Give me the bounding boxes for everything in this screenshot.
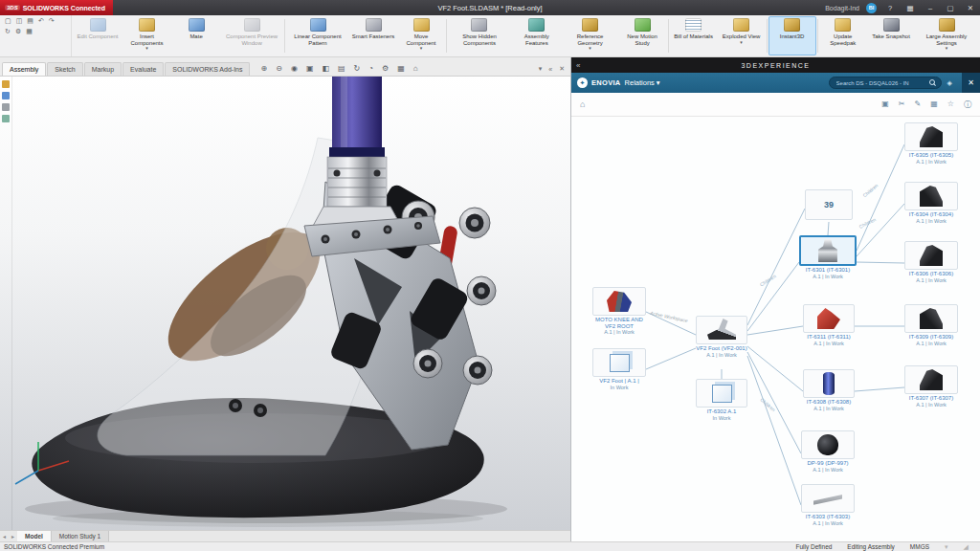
search-icon[interactable] [929,79,936,86]
cube-thumbnail [712,385,732,403]
smart-fasteners-button[interactable]: Smart Fasteners [349,16,397,55]
chevron-down-icon[interactable]: ▾ [539,65,543,73]
resize-grip-icon[interactable]: ◢ [964,543,969,551]
tab-evaluate[interactable]: Evaluate [122,62,164,76]
tab-model[interactable]: Model [17,531,52,541]
assembly-features-button[interactable]: Assembly Features [511,16,563,55]
view-orientation-icon[interactable]: ▣ [306,64,314,73]
tab-scroll-right-icon[interactable]: ▸ [9,533,17,540]
home-icon[interactable]: ⌂ [580,99,585,109]
relation-node-vf2-foot-ref[interactable]: VF2 Foot | A.1 | In Work [592,348,646,390]
relation-node-it6304[interactable]: IT-6304 (IT-6304) A.1 | In Work [904,182,958,224]
rebuild-icon[interactable]: ↻ [5,28,11,35]
tab-motion-study-1[interactable]: Motion Study 1 [52,531,109,541]
app-switcher[interactable]: Relations ▾ [625,78,660,87]
chevron-down-icon[interactable]: ▾ [145,46,148,51]
chevron-down-icon[interactable]: ▾ [740,40,743,45]
reference-geometry-icon [582,18,598,32]
relation-node-it6306[interactable]: IT-6306 (IT-6306) A.1 | In Work [904,241,958,283]
close-button[interactable]: ✕ [964,4,977,12]
scene-icon[interactable]: ▦ [397,64,405,73]
zoom-in-icon[interactable]: ⊕ [260,64,267,73]
show-hidden-components-button[interactable]: Show Hidden Components [448,16,511,55]
relation-node-it6309[interactable]: IT-6309 (IT-6309) A.1 | In Work [904,304,958,346]
units-selector[interactable]: MMGS [910,543,929,550]
pencil-icon[interactable]: ✎ [915,99,922,110]
instant3d-button[interactable]: Instant3D [768,16,816,55]
options-gear-icon[interactable]: ⚙ [15,28,21,35]
home-view-icon[interactable]: ⌂ [413,64,418,73]
update-speedpak-button[interactable]: Update Speedpak [819,16,867,55]
move-component-button[interactable]: Move Component ▾ [397,16,445,55]
avatar[interactable]: BI [866,3,877,13]
chevron-down-icon[interactable]: ▾ [946,46,948,51]
linear-component-pattern-button[interactable]: Linear Component Pattern [286,16,349,55]
open-document-icon[interactable]: ◫ [16,17,23,25]
rotate-view-icon[interactable]: ↻ [354,64,361,73]
section-view-icon[interactable]: ▤ [338,64,345,73]
views-grid-icon[interactable]: ▦ [26,28,33,35]
expand-panel-icon[interactable]: « [576,61,580,70]
relation-node-count[interactable]: 39 [805,189,853,221]
scissors-icon[interactable]: ✂ [899,99,905,110]
large-assembly-settings-button[interactable]: Large Assembly Settings ▾ [915,16,978,55]
model-viewport[interactable] [0,77,570,530]
exploded-view-button[interactable]: Exploded View ▾ [718,16,766,55]
tab-solidworks-add-ins[interactable]: SOLIDWORKS Add-Ins [165,62,250,76]
relation-node-it6311[interactable]: IT-6311 (IT-6311) A.1 | In Work [803,304,855,346]
new-document-icon[interactable]: ▢ [5,17,11,25]
assembly-tree-icon[interactable] [2,80,10,88]
tab-markup[interactable]: Markup [84,62,122,76]
search-input[interactable] [829,77,942,89]
relation-node-it6307[interactable]: IT-6307 (IT-6307) A.1 | In Work [904,365,958,408]
take-snapshot-button[interactable]: Take Snapshot [867,16,915,55]
view-settings-icon[interactable]: ⚙ [382,64,389,73]
bill-of-materials-button[interactable]: Bill of Materials [670,16,718,55]
layers-icon[interactable]: ▣ [881,99,889,110]
close-panel-button[interactable]: ✕ [962,73,980,93]
collapse-pane-icon[interactable]: « [548,66,552,73]
dimxpert-icon[interactable] [2,115,10,122]
appearance-icon[interactable]: ◔ [368,64,373,73]
tab-sketch[interactable]: Sketch [47,62,82,76]
relation-node-it6305[interactable]: IT-6305 (IT-6305) A.1 | In Work [904,122,958,165]
close-pane-icon[interactable]: ✕ [559,65,565,73]
redo-icon[interactable]: ↷ [49,17,55,25]
reference-geometry-button[interactable]: Reference Geometry ▾ [563,16,618,55]
new-motion-study-button[interactable]: New Motion Study [618,16,667,55]
display-pane-icon[interactable] [2,92,10,99]
insert-components-button[interactable]: Insert Components ▾ [122,16,172,55]
component-preview-window-button[interactable]: Component Preview Window [220,16,283,55]
units-caret-icon[interactable]: ▾ [945,543,948,551]
tag-icon[interactable]: ◈ [944,79,956,87]
configurations-icon[interactable] [2,103,10,111]
maximize-button[interactable]: ▢ [944,4,957,12]
tab-scroll-left-icon[interactable]: ◂ [0,533,9,540]
mate-button[interactable]: Mate [172,16,220,55]
star-icon[interactable]: ☆ [947,99,954,110]
help-button[interactable]: ? [883,4,897,12]
minimize-button[interactable]: – [924,4,937,12]
relation-node-it6302[interactable]: IT-6302 A.1 In Work [696,379,747,421]
dome-part-thumbnail [817,434,838,455]
zoom-out-icon[interactable]: ⊖ [276,64,282,73]
relation-node-it6301-selected[interactable]: IT-6301 (IT-6301) A.1 | In Work [799,235,857,279]
display-style-icon[interactable]: ◧ [322,64,329,73]
undo-icon[interactable]: ↶ [38,17,44,25]
apps-grid-icon[interactable]: ▦ [903,4,917,12]
relation-node-it6303[interactable]: IT-6303 (IT-6303) A.1 | In Work [801,484,855,526]
chevron-down-icon[interactable]: ▾ [589,46,591,51]
edit-component-button[interactable]: Edit Component [74,16,122,55]
zoom-fit-icon[interactable]: ◉ [291,64,298,73]
relation-node-dp99[interactable]: DP-99 (DP-997) A.1 | In Work [801,430,855,473]
relations-graph[interactable]: Children Children Children Children Acti… [571,117,980,541]
3ds-compass-icon[interactable]: ✦ [577,77,588,88]
tab-assembly[interactable]: Assembly [2,62,46,76]
save-icon[interactable]: ▤ [27,17,33,25]
chevron-down-icon[interactable]: ▾ [420,46,423,51]
grid-icon[interactable]: ▦ [930,99,938,110]
relation-node-moto-knee[interactable]: MOTO KNEE AND VF2 ROOT A.1 | In Work [592,287,646,335]
relation-node-it6308[interactable]: IT-6308 (IT-6308) A.1 | In Work [803,369,855,411]
relation-node-vf2-foot[interactable]: VF2 Foot (VF2-001) A.1 | In Work [696,316,747,358]
info-icon[interactable]: ⓘ [964,99,971,110]
